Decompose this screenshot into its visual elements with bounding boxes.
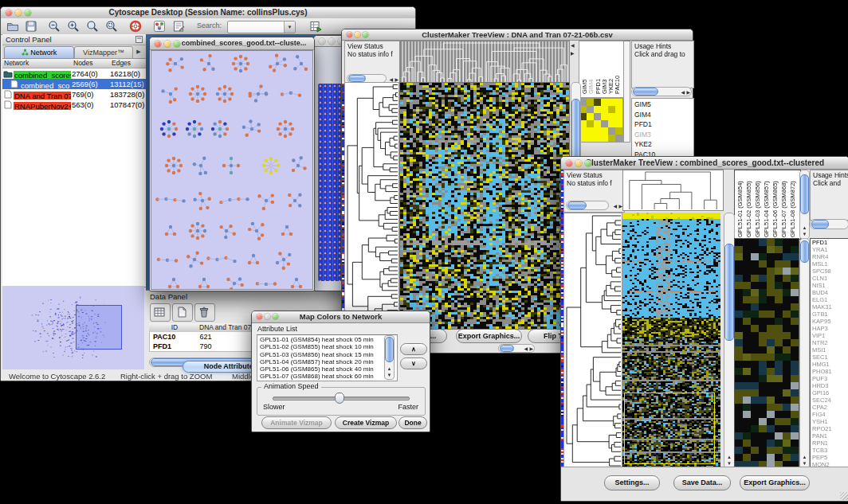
close-icon[interactable]	[257, 314, 262, 319]
gene-label[interactable]: PHO81	[812, 368, 848, 375]
global-heatmap[interactable]	[622, 213, 722, 467]
zoom-fit-icon[interactable]	[84, 18, 101, 35]
minimize-icon[interactable]	[164, 41, 171, 47]
gene-label[interactable]: HMG1	[812, 361, 848, 368]
gene-label[interactable]: NIS1	[812, 282, 848, 289]
gene-label[interactable]: VIP1	[812, 332, 848, 339]
annotation-icon[interactable]	[170, 18, 187, 35]
column-dendrogram[interactable]	[399, 41, 570, 84]
tab-overflow-icon[interactable]: ▶	[133, 46, 144, 57]
tab-network[interactable]: Network	[4, 46, 74, 59]
gene-label[interactable]: PFD1	[812, 239, 848, 246]
usage-hints-hscrollbar[interactable]	[810, 219, 848, 229]
gene-label[interactable]: PUF3	[812, 375, 848, 382]
zoom-window-icon[interactable]	[25, 10, 31, 16]
gene-label[interactable]: GIM4	[634, 110, 693, 120]
scroll-down-icon[interactable]: ▼	[387, 372, 392, 378]
scroll-up-icon[interactable]: ▲	[803, 225, 807, 231]
main-titlebar[interactable]: Cytoscape Desktop (Session Name: collins…	[1, 7, 415, 19]
network-window-titlebar[interactable]: combined_scores_good.txt--cluste...	[150, 37, 314, 50]
gene-label[interactable]: KAP95	[812, 318, 848, 325]
move-down-button[interactable]: ∨	[400, 357, 427, 369]
zoom-in-icon[interactable]	[65, 18, 82, 35]
attribute-list-item[interactable]: GPL51-07 (GSM868) heat shock 60 min	[260, 373, 397, 380]
bottom-hscrollbar[interactable]: ◀ ▶	[498, 344, 535, 353]
zoom-window-icon[interactable]	[273, 314, 278, 319]
node-appearance-icon[interactable]	[151, 18, 168, 35]
close-icon[interactable]	[6, 10, 12, 16]
attribute-list-item[interactable]: GPL51-01 (GSM854) heat shock 05 min	[260, 336, 397, 343]
gene-label[interactable]: PEP5	[812, 454, 848, 461]
scroll-down-icon[interactable]: ▼	[727, 460, 732, 467]
gene-dendrogram[interactable]	[344, 82, 399, 329]
gene-label[interactable]: FIG4	[812, 411, 848, 418]
scroll-up-icon[interactable]: ▲	[803, 454, 807, 460]
scroll-left-icon[interactable]: ◀	[524, 346, 528, 352]
gene-label[interactable]: SPC98	[812, 268, 848, 275]
create-vizmap-button[interactable]: Create Vizmap	[335, 416, 397, 429]
zoom-out-icon[interactable]	[45, 18, 63, 35]
close-icon[interactable]	[347, 32, 352, 37]
dense-network-view[interactable]	[318, 84, 342, 281]
network-list-item[interactable]: RNAPuberNov2+563(0)107847(0)	[2, 100, 146, 110]
gene-label[interactable]: RNR4	[812, 253, 848, 260]
move-up-button[interactable]: ∧	[400, 343, 427, 355]
column-header-edges[interactable]: Edges	[110, 59, 147, 68]
dialog-titlebar[interactable]: Map Colors to Network	[252, 311, 430, 323]
gene-label[interactable]: MSL1	[812, 260, 848, 268]
gene-label[interactable]: GIM3	[634, 130, 693, 140]
delete-attribute-icon[interactable]	[194, 303, 215, 322]
gene-label[interactable]: HRD3	[812, 382, 848, 389]
scroll-up-icon[interactable]: ▲	[387, 365, 392, 372]
new-attribute-icon[interactable]	[172, 303, 193, 322]
tab-vizmapper[interactable]: VizMapper™	[74, 46, 133, 59]
gene-label[interactable]: ELG1	[812, 296, 848, 303]
close-icon[interactable]	[155, 41, 161, 47]
map-colors-dialog[interactable]: Map Colors to Network Attribute List GPL…	[251, 311, 430, 432]
data-column-id[interactable]: ID	[149, 323, 199, 332]
scroll-down-icon[interactable]: ▼	[803, 460, 807, 467]
attribute-list[interactable]: GPL51-01 (GSM854) heat shock 05 minGPL51…	[257, 334, 398, 381]
done-button[interactable]: Done	[398, 416, 427, 429]
attribute-list-item[interactable]: GPL51-06 (GSM865) heat shock 40 min	[260, 365, 397, 373]
gene-dendrogram[interactable]	[563, 213, 622, 469]
search-dropdown-icon[interactable]: ▼	[284, 21, 295, 33]
gene-label[interactable]: YSH1	[812, 418, 848, 425]
column-header-network[interactable]: Network	[2, 59, 73, 68]
birdseye-view[interactable]	[2, 286, 144, 369]
scroll-right-icon[interactable]: ▶	[529, 346, 533, 352]
minimize-icon[interactable]	[15, 10, 22, 16]
attribute-list-item[interactable]: GPL51-03 (GSM856) heat shock 15 min	[260, 351, 397, 358]
scroll-down-icon[interactable]: ▼	[803, 231, 807, 237]
gene-label[interactable]: TCB3	[812, 447, 848, 454]
treeview1-titlebar[interactable]: ClusterMaker TreeView : DNA and Tran 07-…	[342, 29, 693, 41]
zoom-heatmap[interactable]	[579, 98, 623, 143]
network-view-window[interactable]: combined_scores_good.txt--cluste...	[149, 37, 315, 291]
resize-grip[interactable]	[840, 492, 848, 500]
save-data-button[interactable]: Save Data...	[673, 475, 731, 490]
minimize-icon[interactable]	[575, 160, 582, 166]
gene-label[interactable]: MSI1	[812, 346, 848, 354]
gene-label[interactable]: CPA2	[812, 404, 848, 411]
scroll-left-icon[interactable]: ◀	[681, 89, 685, 96]
attribute-list-vscrollbar[interactable]: ▲ ▼	[384, 335, 395, 380]
heatmap-vscrollbar[interactable]: ▲ ▼	[724, 213, 735, 469]
network-list-item[interactable]: combined_scores2764(0)16218(0)	[2, 68, 146, 79]
table-mode-icon[interactable]	[150, 303, 171, 322]
export-graphics-button[interactable]: Export Graphics...	[456, 329, 522, 343]
close-icon[interactable]	[566, 160, 572, 166]
minimize-icon[interactable]	[328, 38, 335, 45]
search-input[interactable]: ▼	[227, 21, 296, 33]
gene-label[interactable]: YRA1	[812, 246, 848, 253]
gene-label[interactable]: PFD1	[634, 119, 693, 130]
gene-label[interactable]: BUD4	[812, 289, 848, 296]
network-canvas[interactable]	[151, 50, 313, 290]
gene-label[interactable]: YKE2	[634, 139, 693, 150]
zoom-selected-icon[interactable]	[103, 18, 120, 35]
open-session-icon[interactable]	[4, 18, 22, 35]
gene-label[interactable]: GTB1	[812, 311, 848, 318]
network-list-item[interactable]: DNA and Tran 07769(0)183728(0)	[2, 89, 146, 100]
float-panel-icon[interactable]	[135, 36, 143, 43]
attribute-list-item[interactable]: GPL51-02 (GSM855) heat shock 10 min	[260, 343, 397, 350]
gene-label[interactable]: CLN1	[812, 275, 848, 282]
